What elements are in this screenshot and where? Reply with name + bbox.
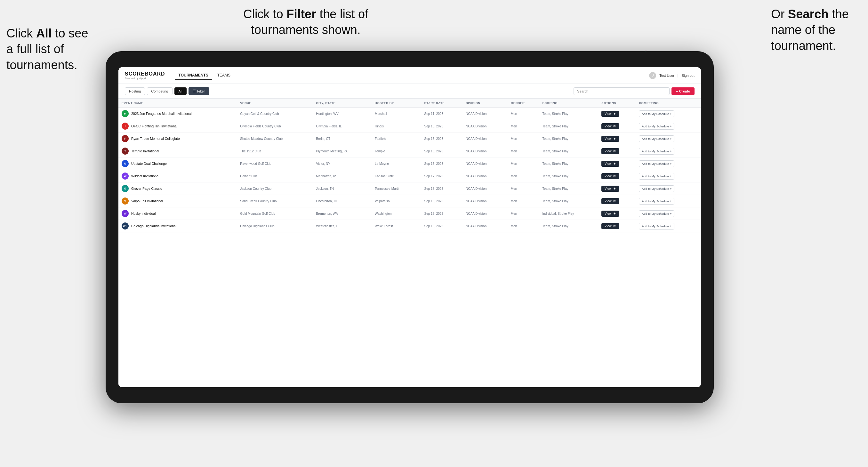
annotation-search: Or Search thename of thetournament.: [771, 6, 849, 54]
nav-teams[interactable]: TEAMS: [214, 71, 234, 80]
eye-icon-5: 👁: [613, 175, 616, 178]
event-name-text-3: Temple Invitational: [131, 149, 159, 154]
cell-hosted-6: Tennessee-Martin: [372, 182, 421, 195]
cell-venue-1: Olympia Fields Country Club: [237, 120, 313, 132]
table-row: WF Chicago Highlands Invitational Chicag…: [118, 220, 701, 232]
filter-button[interactable]: ☰ Filter: [188, 87, 209, 95]
col-scoring: SCORING: [539, 99, 598, 107]
table-body: M 2023 Joe Feaganes Marshall Invitationa…: [118, 107, 701, 232]
toolbar: Hosting Competing All ☰ Filter + Create: [118, 84, 701, 99]
tournament-table-container: EVENT NAME VENUE CITY, STATE HOSTED BY S…: [118, 99, 701, 387]
cell-hosted-2: Fairfield: [372, 132, 421, 145]
view-button-8[interactable]: View 👁: [601, 211, 619, 217]
cell-city-4: Victor, NY: [313, 157, 372, 170]
table-row: I OFCC Fighting Illini Invitational Olym…: [118, 120, 701, 132]
sign-out-link[interactable]: Sign out: [682, 73, 694, 77]
tab-all[interactable]: All: [175, 87, 187, 95]
cell-gender-1: Men: [507, 120, 539, 132]
eye-icon-6: 👁: [613, 187, 616, 190]
table-row: M 2023 Joe Feaganes Marshall Invitationa…: [118, 107, 701, 120]
view-button-7[interactable]: View 👁: [601, 198, 619, 204]
cell-city-3: Plymouth Meeting, PA: [313, 145, 372, 157]
cell-scoring-4: Team, Stroke Play: [539, 157, 598, 170]
cell-action-4: View 👁: [598, 157, 636, 170]
cell-venue-5: Colbert Hills: [237, 170, 313, 182]
eye-icon-0: 👁: [613, 112, 616, 116]
cell-division-7: NCAA Division I: [463, 195, 507, 208]
add-schedule-button-3[interactable]: Add to My Schedule +: [639, 148, 674, 155]
table-header-row: EVENT NAME VENUE CITY, STATE HOSTED BY S…: [118, 99, 701, 107]
col-event-name: EVENT NAME: [118, 99, 237, 107]
cell-city-6: Jackson, TN: [313, 182, 372, 195]
add-schedule-button-8[interactable]: Add to My Schedule +: [639, 210, 674, 217]
tab-competing[interactable]: Competing: [147, 87, 172, 95]
cell-scoring-9: Team, Stroke Play: [539, 220, 598, 232]
team-logo-3: T: [122, 148, 129, 155]
eye-icon-7: 👁: [613, 199, 616, 203]
view-button-6[interactable]: View 👁: [601, 186, 619, 192]
cell-hosted-5: Kansas State: [372, 170, 421, 182]
table-row: W Wildcat Invitational Colbert Hills Man…: [118, 170, 701, 182]
team-logo-7: V: [122, 197, 129, 205]
event-name-text-8: Husky Individual: [131, 211, 156, 216]
tab-hosting[interactable]: Hosting: [125, 87, 145, 95]
cell-city-2: Berlin, CT: [313, 132, 372, 145]
cell-venue-0: Guyan Golf & Country Club: [237, 107, 313, 120]
cell-event-name-5: W Wildcat Invitational: [118, 170, 237, 182]
add-schedule-button-1[interactable]: Add to My Schedule +: [639, 123, 674, 130]
add-schedule-button-2[interactable]: Add to My Schedule +: [639, 135, 674, 142]
col-division: DIVISION: [463, 99, 507, 107]
team-logo-8: W: [122, 210, 129, 217]
cell-event-name-8: W Husky Individual: [118, 208, 237, 220]
cell-action-1: View 👁: [598, 120, 636, 132]
cell-action-2: View 👁: [598, 132, 636, 145]
cell-event-name-1: I OFCC Fighting Illini Invitational: [118, 120, 237, 132]
navbar-right: U Test User | Sign out: [649, 72, 694, 79]
add-schedule-button-9[interactable]: Add to My Schedule +: [639, 223, 674, 229]
add-schedule-button-0[interactable]: Add to My Schedule +: [639, 111, 674, 117]
team-logo-1: I: [122, 123, 129, 130]
team-logo-4: U: [122, 160, 129, 167]
cell-division-3: NCAA Division I: [463, 145, 507, 157]
view-button-2[interactable]: View 👁: [601, 136, 619, 142]
cell-schedule-8: Add to My Schedule +: [636, 208, 701, 220]
cell-event-name-2: F Ryan T. Lee Memorial Collegiate: [118, 132, 237, 145]
nav-tournaments[interactable]: TOURNAMENTS: [175, 71, 212, 80]
add-schedule-button-4[interactable]: Add to My Schedule +: [639, 160, 674, 167]
cell-date-9: Sep 18, 2023: [421, 220, 463, 232]
cell-scoring-3: Team, Stroke Play: [539, 145, 598, 157]
tablet-frame: SCOREBOARD Powered by clippd TOURNAMENTS…: [105, 51, 714, 403]
cell-division-6: NCAA Division I: [463, 182, 507, 195]
view-button-3[interactable]: View 👁: [601, 148, 619, 154]
cell-scoring-0: Team, Stroke Play: [539, 107, 598, 120]
cell-event-name-3: T Temple Invitational: [118, 145, 237, 157]
cell-hosted-4: Le Moyne: [372, 157, 421, 170]
col-gender: GENDER: [507, 99, 539, 107]
cell-venue-7: Sand Creek Country Club: [237, 195, 313, 208]
add-schedule-button-6[interactable]: Add to My Schedule +: [639, 185, 674, 192]
view-button-4[interactable]: View 👁: [601, 161, 619, 167]
add-schedule-button-5[interactable]: Add to My Schedule +: [639, 173, 674, 180]
cell-hosted-3: Temple: [372, 145, 421, 157]
search-input[interactable]: [574, 87, 670, 95]
view-button-5[interactable]: View 👁: [601, 173, 619, 179]
cell-schedule-2: Add to My Schedule +: [636, 132, 701, 145]
view-button-1[interactable]: View 👁: [601, 123, 619, 129]
create-button[interactable]: + Create: [672, 87, 694, 95]
cell-division-2: NCAA Division I: [463, 132, 507, 145]
cell-date-1: Sep 15, 2023: [421, 120, 463, 132]
cell-city-5: Manhattan, KS: [313, 170, 372, 182]
view-button-9[interactable]: View 👁: [601, 223, 619, 229]
table-row: G Grover Page Classic Jackson Country Cl…: [118, 182, 701, 195]
add-schedule-button-7[interactable]: Add to My Schedule +: [639, 198, 674, 205]
cell-gender-3: Men: [507, 145, 539, 157]
cell-event-name-4: U Upstate Dual Challenge: [118, 157, 237, 170]
cell-schedule-4: Add to My Schedule +: [636, 157, 701, 170]
cell-hosted-1: Illinois: [372, 120, 421, 132]
team-logo-2: F: [122, 135, 129, 142]
view-button-0[interactable]: View 👁: [601, 111, 619, 117]
col-start-date: START DATE: [421, 99, 463, 107]
cell-division-9: NCAA Division I: [463, 220, 507, 232]
cell-date-4: Sep 16, 2023: [421, 157, 463, 170]
cell-venue-6: Jackson Country Club: [237, 182, 313, 195]
